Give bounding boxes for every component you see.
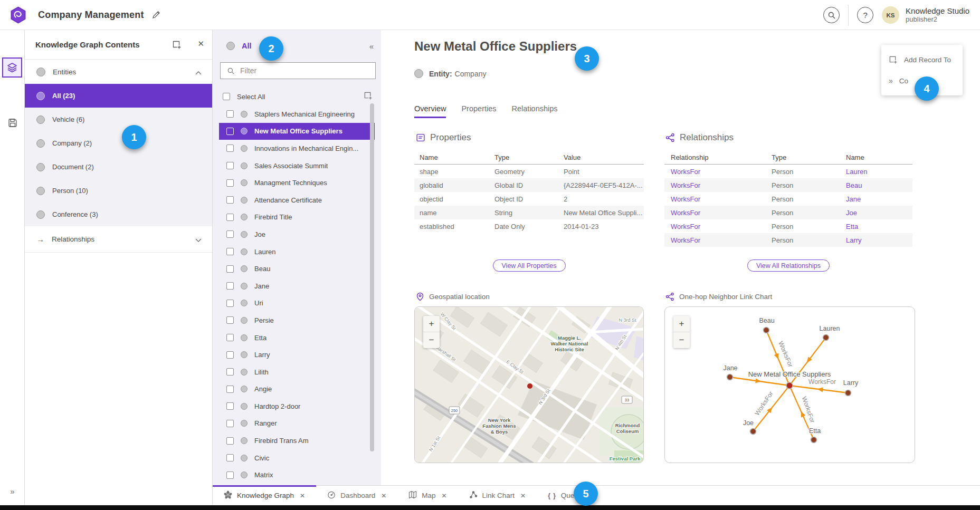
add-record-icon[interactable]: [172, 40, 182, 52]
node-etta[interactable]: [811, 437, 817, 443]
entity-type-vehicle-6[interactable]: Vehicle (6): [25, 108, 212, 131]
table-link[interactable]: WorksFor: [664, 209, 765, 217]
record-uri[interactable]: Uri: [219, 295, 375, 312]
record-innovations-in-mechanical-engin[interactable]: Innovations in Mechanical Engin...: [219, 140, 375, 157]
avatar[interactable]: KS: [882, 6, 899, 24]
close-tab-icon[interactable]: ✕: [442, 492, 447, 499]
link-chart-card[interactable]: WorksForWorksForWorksForWorksForBeauLaur…: [664, 306, 915, 463]
record-checkbox[interactable]: [226, 179, 234, 187]
record-checkbox[interactable]: [226, 471, 234, 479]
tab-link-chart[interactable]: Link Chart✕: [458, 486, 537, 505]
table-link[interactable]: Beau: [840, 181, 912, 189]
zoom-out-button[interactable]: −: [673, 332, 690, 348]
node-center[interactable]: [786, 382, 793, 389]
record-firebird-trans-am[interactable]: Firebird Trans Am: [219, 432, 375, 449]
record-matrix[interactable]: Matrix: [219, 466, 375, 484]
record-checkbox[interactable]: [226, 145, 234, 152]
record-lauren[interactable]: Lauren: [219, 243, 375, 261]
zoom-out-button[interactable]: −: [423, 332, 440, 348]
record-checkbox[interactable]: [226, 110, 234, 118]
table-link[interactable]: Lauren: [840, 168, 912, 176]
select-all-checkbox[interactable]: [223, 93, 230, 100]
tab-map[interactable]: Map✕: [397, 486, 458, 505]
record-persie[interactable]: Persie: [219, 312, 375, 329]
relationships-group-header[interactable]: → Relationships: [25, 226, 212, 253]
record-checkbox[interactable]: [226, 420, 234, 427]
close-panel-icon[interactable]: ✕: [197, 39, 204, 49]
record-checkbox[interactable]: [226, 265, 234, 273]
record-checkbox[interactable]: [226, 196, 234, 204]
record-ranger[interactable]: Ranger: [219, 415, 375, 432]
record-checkbox[interactable]: [226, 230, 234, 238]
entity-type-person-10[interactable]: Person (10): [25, 179, 212, 203]
record-checkbox[interactable]: [226, 334, 234, 341]
table-link[interactable]: WorksFor: [664, 195, 765, 203]
record-hardtop-2-door[interactable]: Hardtop 2-door: [219, 398, 375, 415]
node-joe[interactable]: [750, 429, 756, 435]
record-checkbox[interactable]: [226, 351, 234, 359]
map[interactable]: 25033 W Clay StW Marshall StE Clay StN 3…: [415, 307, 643, 463]
menu-item-add-record-to[interactable]: Add Record To: [881, 49, 963, 70]
node-lauren[interactable]: [823, 335, 829, 341]
entity-type-company-2[interactable]: Company (2): [25, 131, 212, 155]
record-checkbox[interactable]: [226, 316, 234, 324]
record-sales-associate-summit[interactable]: Sales Associate Summit: [219, 157, 375, 175]
chevron-up-icon[interactable]: [195, 68, 202, 77]
record-managment-techniques[interactable]: Managment Techniques: [219, 174, 375, 191]
record-new-metal-office-suppliers[interactable]: New Metal Office Suppliers: [219, 123, 375, 140]
record-checkbox[interactable]: [226, 300, 234, 307]
record-lilith[interactable]: Lilith: [219, 363, 375, 381]
record-checkbox[interactable]: [226, 248, 234, 255]
view-all-relationships-button[interactable]: View All Relationships: [747, 259, 830, 272]
record-checkbox[interactable]: [226, 214, 234, 221]
record-etta[interactable]: Etta: [219, 329, 375, 347]
list-scrollbar[interactable]: [370, 103, 374, 451]
record-checkbox[interactable]: [226, 402, 234, 410]
record-checkbox[interactable]: [226, 128, 234, 135]
save-icon[interactable]: [0, 118, 25, 128]
record-civic[interactable]: Civic: [219, 449, 375, 467]
close-tab-icon[interactable]: ✕: [300, 492, 305, 499]
detail-tab-overview[interactable]: Overview: [414, 104, 446, 118]
record-joe[interactable]: Joe: [219, 226, 375, 243]
tab-knowledge-graph[interactable]: Knowledge Graph✕: [213, 486, 316, 505]
table-link[interactable]: WorksFor: [664, 181, 765, 189]
record-jane[interactable]: Jane: [219, 277, 375, 295]
entity-type-document-2[interactable]: Document (2): [25, 155, 212, 179]
table-link[interactable]: Larry: [840, 236, 912, 244]
record-firebird-title[interactable]: Firebird Title: [219, 209, 375, 226]
entity-type-all-23[interactable]: All (23): [25, 84, 212, 108]
record-beau[interactable]: Beau: [219, 260, 375, 277]
close-tab-icon[interactable]: ✕: [381, 492, 386, 499]
record-checkbox[interactable]: [226, 368, 234, 376]
record-checkbox[interactable]: [226, 386, 234, 393]
chevron-down-icon[interactable]: [195, 235, 202, 244]
table-link[interactable]: WorksFor: [664, 223, 765, 230]
node-jane[interactable]: [727, 374, 733, 380]
close-tab-icon[interactable]: ✕: [520, 492, 526, 499]
record-checkbox[interactable]: [226, 454, 234, 461]
detail-tab-relationships[interactable]: Relationships: [512, 104, 558, 118]
table-link[interactable]: WorksFor: [664, 168, 765, 176]
table-link[interactable]: WorksFor: [664, 236, 765, 244]
view-all-properties-button[interactable]: View All Properties: [493, 259, 566, 272]
entities-group-header[interactable]: Entities: [25, 60, 212, 84]
tab-dashboard[interactable]: Dashboard✕: [316, 486, 397, 505]
table-link[interactable]: Jane: [840, 195, 912, 203]
record-checkbox[interactable]: [226, 282, 234, 290]
record-checkbox[interactable]: [226, 162, 234, 169]
table-link[interactable]: Etta: [840, 223, 912, 230]
map-marker[interactable]: [527, 383, 532, 389]
entity-type-conference-3[interactable]: Conference (3): [25, 203, 212, 226]
zoom-in-button[interactable]: +: [423, 316, 440, 332]
edit-title-icon[interactable]: [152, 10, 161, 21]
record-staplers-mechanical-engineering[interactable]: Staplers Mechanical Engineering: [219, 105, 375, 123]
record-larry[interactable]: Larry: [219, 346, 375, 363]
filter-input[interactable]: [239, 66, 375, 75]
link-chart[interactable]: WorksForWorksForWorksForWorksForBeauLaur…: [665, 307, 915, 463]
zoom-in-button[interactable]: +: [673, 316, 690, 332]
node-beau[interactable]: [764, 328, 769, 333]
table-link[interactable]: Joe: [840, 209, 912, 217]
record-checkbox[interactable]: [226, 437, 234, 445]
search-button[interactable]: [823, 7, 840, 23]
